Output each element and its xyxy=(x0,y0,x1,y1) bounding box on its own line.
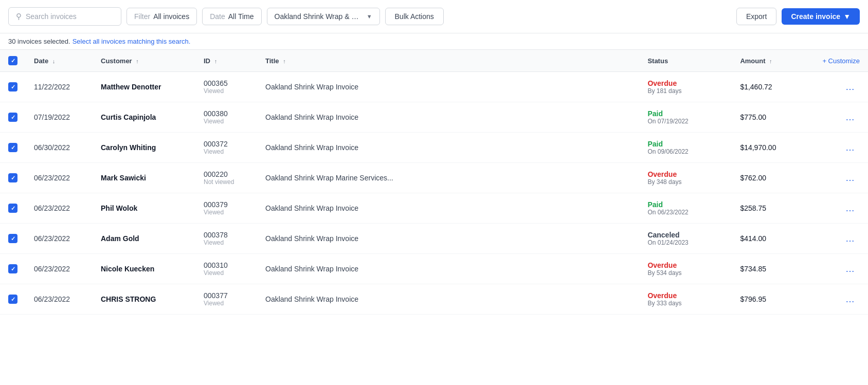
row-checkbox-cell xyxy=(0,102,26,133)
row-checkbox[interactable] xyxy=(8,204,17,213)
row-checkbox[interactable] xyxy=(8,295,17,304)
row-date: 07/19/2022 xyxy=(26,102,93,133)
header-date[interactable]: Date ↓ xyxy=(26,50,93,72)
table-row: 06/23/2022 Nicole Kuecken 000310 Viewed … xyxy=(0,254,868,284)
header-id[interactable]: ID ↑ xyxy=(195,50,257,72)
row-id: 000365 Viewed xyxy=(195,72,257,102)
row-checkbox-cell xyxy=(0,163,26,193)
row-id: 000378 Viewed xyxy=(195,224,257,254)
row-title: Oakland Shrink Wrap Invoice xyxy=(257,224,639,254)
row-id: 000377 Viewed xyxy=(195,284,257,315)
header-customer[interactable]: Customer ↑ xyxy=(93,50,195,72)
row-customer[interactable]: Mark Sawicki xyxy=(93,163,195,193)
row-checkbox-cell xyxy=(0,254,26,284)
row-title: Oakland Shrink Wrap Invoice xyxy=(257,133,639,163)
invoices-table: Date ↓ Customer ↑ ID ↑ Title ↑ Status Am… xyxy=(0,49,868,315)
row-title: Oakland Shrink Wrap Invoice xyxy=(257,254,639,284)
row-customer[interactable]: Adam Gold xyxy=(93,224,195,254)
row-status: Overdue By 348 days xyxy=(639,163,732,193)
row-more-button[interactable]: … xyxy=(841,232,860,245)
sort-up-icon: ↑ xyxy=(214,58,218,64)
row-status: Overdue By 181 days xyxy=(639,72,732,102)
row-customer[interactable]: Carolyn Whiting xyxy=(93,133,195,163)
row-more-button[interactable]: … xyxy=(841,172,860,185)
date-filter-button[interactable]: Date All Time xyxy=(202,8,261,25)
row-id: 000220 Not viewed xyxy=(195,163,257,193)
header-checkbox-cell xyxy=(0,50,26,72)
row-more-button[interactable]: … xyxy=(841,141,860,154)
row-title: Oakland Shrink Wrap Invoice xyxy=(257,193,639,224)
filter-button[interactable]: Filter All invoices xyxy=(126,8,197,25)
search-box[interactable]: ⚲ Search invoices xyxy=(8,7,121,26)
row-amount: $14,970.00 xyxy=(732,133,814,163)
table-row: 07/19/2022 Curtis Capinjola 000380 Viewe… xyxy=(0,102,868,133)
customer-filter-button[interactable]: Oakland Shrink Wrap & M... ▼ xyxy=(267,8,380,25)
header-status: Status xyxy=(639,50,732,72)
header-title[interactable]: Title ↑ xyxy=(257,50,639,72)
row-amount: $796.95 xyxy=(732,284,814,315)
customer-filter-value: Oakland Shrink Wrap & M... xyxy=(275,12,363,21)
table-row: 06/23/2022 CHRIS STRONG 000377 Viewed Oa… xyxy=(0,284,868,315)
row-checkbox-cell xyxy=(0,72,26,102)
row-checkbox-cell xyxy=(0,284,26,315)
row-actions-cell: … xyxy=(814,254,868,284)
table-row: 06/23/2022 Mark Sawicki 000220 Not viewe… xyxy=(0,163,868,193)
row-customer[interactable]: Phil Wolok xyxy=(93,193,195,224)
row-actions-cell: … xyxy=(814,133,868,163)
export-button[interactable]: Export xyxy=(736,8,776,25)
sort-up-icon: ↑ xyxy=(136,58,139,64)
row-actions-cell: … xyxy=(814,284,868,315)
row-status: Paid On 07/19/2022 xyxy=(639,102,732,133)
row-checkbox-cell xyxy=(0,133,26,163)
row-date: 06/23/2022 xyxy=(26,163,93,193)
select-all-link[interactable]: Select all invoices matching this search… xyxy=(73,38,191,45)
row-more-button[interactable]: … xyxy=(841,111,860,124)
row-status: Overdue By 333 days xyxy=(639,284,732,315)
row-checkbox[interactable] xyxy=(8,173,17,182)
row-checkbox[interactable] xyxy=(8,113,17,122)
sort-up-icon: ↑ xyxy=(769,58,772,64)
header-amount[interactable]: Amount ↑ xyxy=(732,50,814,72)
row-status: Canceled On 01/24/2023 xyxy=(639,224,732,254)
table-row: 06/23/2022 Adam Gold 000378 Viewed Oakla… xyxy=(0,224,868,254)
filter-value: All invoices xyxy=(153,12,189,21)
row-customer[interactable]: Nicole Kuecken xyxy=(93,254,195,284)
row-more-button[interactable]: … xyxy=(841,293,860,306)
row-amount: $775.00 xyxy=(732,102,814,133)
row-actions-cell: … xyxy=(814,193,868,224)
row-date: 06/23/2022 xyxy=(26,284,93,315)
row-checkbox[interactable] xyxy=(8,234,17,243)
row-id: 000380 Viewed xyxy=(195,102,257,133)
row-title: Oakland Shrink Wrap Invoice xyxy=(257,102,639,133)
create-invoice-button[interactable]: Create invoice ▼ xyxy=(782,8,860,25)
row-more-button[interactable]: … xyxy=(841,81,860,94)
row-checkbox[interactable] xyxy=(8,264,17,273)
row-amount: $1,460.72 xyxy=(732,72,814,102)
bulk-actions-button[interactable]: Bulk Actions xyxy=(385,8,444,25)
row-checkbox-cell xyxy=(0,193,26,224)
row-actions-cell: … xyxy=(814,224,868,254)
row-customer[interactable]: CHRIS STRONG xyxy=(93,284,195,315)
row-status: Paid On 06/23/2022 xyxy=(639,193,732,224)
filter-label: Filter xyxy=(134,12,150,21)
toolbar: ⚲ Search invoices Filter All invoices Da… xyxy=(0,0,868,33)
row-amount: $258.75 xyxy=(732,193,814,224)
customize-button[interactable]: + Customize xyxy=(822,57,860,65)
row-actions-cell: … xyxy=(814,72,868,102)
row-checkbox[interactable] xyxy=(8,82,17,91)
create-invoice-label: Create invoice xyxy=(791,12,840,21)
row-more-button[interactable]: … xyxy=(841,263,860,276)
row-title: Oakland Shrink Wrap Invoice xyxy=(257,72,639,102)
search-placeholder: Search invoices xyxy=(26,12,77,21)
row-id: 000310 Viewed xyxy=(195,254,257,284)
chevron-down-icon: ▼ xyxy=(367,13,372,20)
row-title: Oakland Shrink Wrap Invoice xyxy=(257,284,639,315)
header-checkbox[interactable] xyxy=(8,56,17,65)
row-actions-cell: … xyxy=(814,163,868,193)
table-row: 11/22/2022 Matthew Denotter 000365 Viewe… xyxy=(0,72,868,102)
row-more-button[interactable]: … xyxy=(841,202,860,215)
row-customer[interactable]: Curtis Capinjola xyxy=(93,102,195,133)
sort-down-icon: ↓ xyxy=(52,58,56,64)
row-checkbox[interactable] xyxy=(8,143,17,152)
row-customer[interactable]: Matthew Denotter xyxy=(93,72,195,102)
